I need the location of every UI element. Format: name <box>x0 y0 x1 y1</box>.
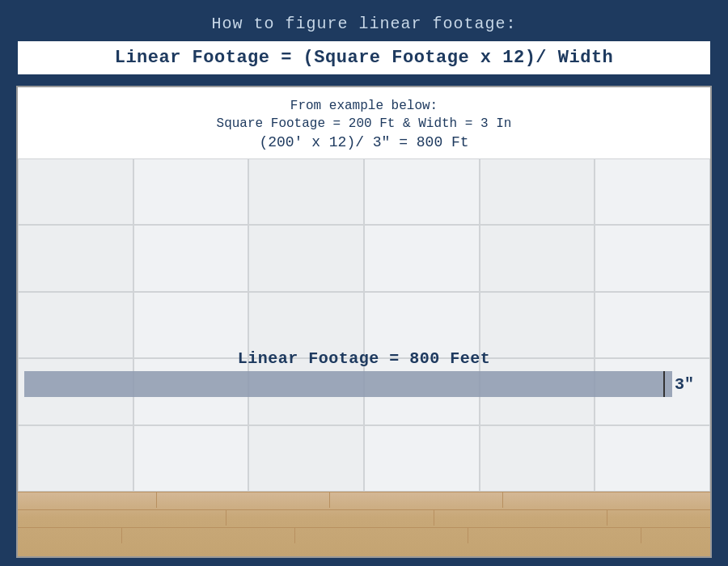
tile <box>595 292 710 358</box>
plank-divider <box>329 492 330 508</box>
tile <box>595 225 710 291</box>
wood-floor <box>18 492 710 556</box>
tile <box>133 425 249 492</box>
plank-divider <box>294 528 295 543</box>
plank-divider <box>226 510 226 526</box>
floor-plank-row <box>18 509 710 526</box>
width-indicator: 3″ <box>663 371 704 397</box>
plank-divider <box>607 510 607 526</box>
tile <box>248 425 364 492</box>
tile <box>18 225 133 291</box>
tile <box>133 158 249 225</box>
floor-plank-row <box>18 492 710 508</box>
plank-divider <box>502 492 503 508</box>
tile <box>480 225 595 291</box>
tile-wall-area: Linear Footage = 800 Feet 3″ <box>18 158 710 556</box>
example-text-area: From example below: Square Footage = 200… <box>18 87 710 158</box>
example-calculation: (200′ x 12)/ 3″ = 800 Ft <box>34 134 694 150</box>
tile <box>595 158 710 225</box>
tile <box>480 292 595 358</box>
linear-footage-indicator: Linear Footage = 800 Feet 3″ <box>18 349 710 378</box>
tile <box>364 158 480 225</box>
example-label: From example below: <box>34 99 694 113</box>
plank-divider <box>121 528 122 543</box>
tile <box>248 292 364 358</box>
plank-divider <box>156 492 157 508</box>
linear-bar-wrapper: 3″ <box>18 371 710 397</box>
tile <box>364 292 480 358</box>
tile <box>248 225 364 291</box>
tile <box>133 225 249 291</box>
formula-text: Linear Footage = (Square Footage x 12)/ … <box>115 48 614 68</box>
tile <box>480 425 595 492</box>
tile <box>248 158 364 225</box>
tile <box>595 425 710 492</box>
linear-bar <box>24 371 672 397</box>
example-values: Square Footage = 200 Ft & Width = 3 In <box>34 116 694 131</box>
floor-plank-row <box>18 527 710 543</box>
tile <box>133 292 249 358</box>
tile <box>364 425 480 492</box>
tile <box>480 158 595 225</box>
linear-footage-label: Linear Footage = 800 Feet <box>18 349 710 368</box>
page-title: How to figure linear footage: <box>211 15 516 33</box>
formula-box: Linear Footage = (Square Footage x 12)/ … <box>16 40 712 76</box>
diagram-container: From example below: Square Footage = 200… <box>16 86 712 558</box>
tile <box>18 158 133 225</box>
tile <box>18 292 133 358</box>
tile-grid <box>18 158 710 492</box>
tile <box>18 425 133 492</box>
plank-divider <box>434 510 434 526</box>
width-label: 3″ <box>675 375 694 394</box>
plank-divider <box>468 528 468 543</box>
tile <box>364 225 480 291</box>
plank-divider <box>641 528 641 543</box>
